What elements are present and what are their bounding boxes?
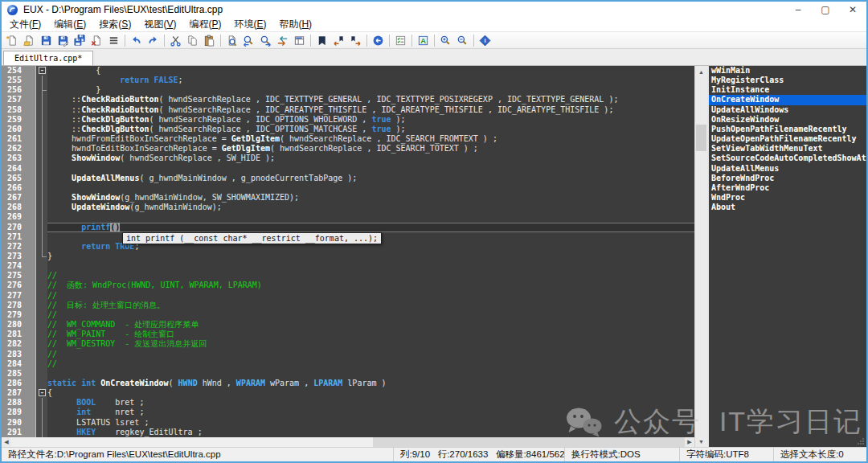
find-in-files-icon[interactable] xyxy=(291,33,308,48)
menu-search[interactable]: 搜索(S) xyxy=(92,18,137,31)
copy-icon[interactable] xyxy=(184,33,201,48)
syntax-color-icon[interactable]: A xyxy=(415,33,432,48)
vertical-scrollbar[interactable]: ▲ ▼ xyxy=(694,66,707,447)
function-list-item[interactable]: About xyxy=(709,203,866,212)
function-list-item[interactable]: OnCreateWindow xyxy=(709,95,866,104)
file-list-icon[interactable] xyxy=(105,33,122,48)
code-line[interactable]: 269 xyxy=(2,212,694,222)
resize-grip[interactable] xyxy=(858,438,864,445)
find-next-icon[interactable] xyxy=(257,33,274,48)
code-line[interactable]: 277// xyxy=(2,291,694,301)
function-list-item[interactable]: wWinMain xyxy=(709,66,866,76)
fold-marker[interactable]: - xyxy=(35,388,47,398)
code-line[interactable]: 264 xyxy=(2,164,694,174)
zoom-in-icon[interactable] xyxy=(437,33,454,48)
scroll-right-button[interactable]: ▶ xyxy=(685,437,694,447)
code-line[interactable]: 290 LSTATUS lsret ; xyxy=(2,418,694,428)
code-line[interactable]: 261 hwndFromEditBoxInSearchReplace = Get… xyxy=(2,134,694,144)
function-list-item[interactable]: InitInstance xyxy=(709,85,866,95)
function-list-item[interactable]: UpdateAllWindows xyxy=(709,105,866,115)
todo-list-icon[interactable] xyxy=(392,33,409,48)
function-list-item[interactable]: SetViewTabWidthMenuText xyxy=(709,144,866,154)
code-line[interactable]: 288 BOOL bret ; xyxy=(2,398,694,408)
function-list-item[interactable]: MyRegisterClass xyxy=(709,76,866,85)
code-line[interactable]: 289 int nret ; xyxy=(2,408,694,417)
menu-view[interactable]: 视图(V) xyxy=(137,18,182,31)
undo-icon[interactable] xyxy=(128,33,145,48)
code-line[interactable]: 265 UpdateAllMenus( g_hwndMainWindow , g… xyxy=(2,174,694,183)
code-line[interactable]: 267 ShowWindow(g_hwndMainWindow, SW_SHOW… xyxy=(2,193,694,203)
code-line[interactable]: 284// xyxy=(2,359,694,369)
code-line[interactable]: 266 xyxy=(2,183,694,193)
find-icon[interactable] xyxy=(223,33,240,48)
code-line[interactable]: 285 xyxy=(2,369,694,379)
menu-program[interactable]: 编程(P) xyxy=(182,18,227,31)
h-scroll-thumb[interactable] xyxy=(11,437,373,447)
code-line[interactable]: 257 ::CheckRadioButton( hwndSearchReplac… xyxy=(2,95,694,104)
function-list-item[interactable]: AfterWndProc xyxy=(709,183,866,193)
replace-icon[interactable] xyxy=(274,33,291,48)
code-line[interactable]: 280// WM_COMMAND - 处理应用程序菜单 xyxy=(2,320,694,330)
code-line[interactable]: 282// WM_DESTROY - 发送退出消息并返回 xyxy=(2,339,694,349)
menu-help[interactable]: 帮助(H) xyxy=(272,18,318,31)
next-bookmark-icon[interactable] xyxy=(347,33,364,48)
function-list-item[interactable]: OnResizeWindow xyxy=(709,115,866,125)
scroll-down-button[interactable]: ▼ xyxy=(695,436,707,447)
code-line[interactable]: 263 ShowWindow( hwndSearchReplace , SW_H… xyxy=(2,154,694,163)
function-list-item[interactable]: UpdateOpenPathFilenameRecently xyxy=(709,134,866,144)
redo-icon[interactable] xyxy=(145,33,162,48)
code-line[interactable]: 256 } xyxy=(2,85,694,95)
fold-marker[interactable]: - xyxy=(35,66,47,76)
v-scroll-thumb[interactable] xyxy=(696,125,706,151)
code-line[interactable]: 287-{ xyxy=(2,388,694,398)
function-list-item[interactable]: WndProc xyxy=(709,193,866,203)
menu-environment[interactable]: 环境(E) xyxy=(227,18,272,31)
code-line[interactable]: 274 xyxy=(2,261,694,271)
function-list-item[interactable]: SetSourceCodeAutoCompletedShowAt xyxy=(709,154,866,163)
function-list-item[interactable]: PushOpenPathFilenameRecently xyxy=(709,125,866,134)
code-line[interactable]: 286static int OnCreateWindow( HWND hWnd … xyxy=(2,379,694,388)
menu-edit[interactable]: 编辑(E) xyxy=(47,18,92,31)
code-line[interactable]: 275// xyxy=(2,271,694,281)
zoom-out-icon[interactable] xyxy=(454,33,471,48)
save-icon[interactable] xyxy=(38,33,55,48)
scroll-up-button[interactable]: ▲ xyxy=(695,66,707,77)
prev-bookmark-icon[interactable] xyxy=(330,33,347,48)
menu-file[interactable]: 文件(F) xyxy=(3,18,47,31)
code-line[interactable]: 255 return FALSE; xyxy=(2,76,694,85)
save-all-icon[interactable] xyxy=(72,33,88,48)
close-button[interactable]: ✕ xyxy=(839,2,866,18)
about-icon[interactable]: i xyxy=(477,33,493,48)
horizontal-scrollbar[interactable]: ◀ ▶ xyxy=(2,437,694,447)
code-line[interactable]: 279// xyxy=(2,310,694,320)
code-line[interactable]: 281// WM_PAINT - 绘制主窗口 xyxy=(2,330,694,339)
code-line[interactable]: 260 ::CheckDlgButton( hwndSearchReplace … xyxy=(2,125,694,134)
bookmark-icon[interactable] xyxy=(313,33,330,48)
paste-icon[interactable] xyxy=(201,33,218,48)
code-line[interactable]: 283// xyxy=(2,350,694,359)
scroll-left-button[interactable]: ◀ xyxy=(2,437,11,447)
code-line[interactable]: 291 HKEY regkey_EditUltra ; xyxy=(2,428,694,437)
code-line[interactable]: 278// 目标: 处理主窗口的消息。 xyxy=(2,301,694,310)
code-line[interactable]: 273} xyxy=(2,252,694,261)
code-line[interactable]: 270 printf() xyxy=(2,223,694,232)
function-list-item[interactable]: BeforeWndProc xyxy=(709,174,866,183)
open-file-icon[interactable] xyxy=(21,33,38,48)
code-line[interactable]: 254- { xyxy=(2,66,694,76)
tab-editultra-cpp[interactable]: EditUltra.cpp* xyxy=(3,51,93,65)
code-line[interactable]: 262 hwndToEditBoxInSearchReplace = GetDl… xyxy=(2,144,694,154)
new-file-icon[interactable]: * xyxy=(4,33,21,48)
code-line[interactable]: 259 ::CheckDlgButton( hwndSearchReplace … xyxy=(2,115,694,125)
close-file-icon[interactable] xyxy=(88,33,105,48)
cut-icon[interactable] xyxy=(167,33,184,48)
save-as-icon[interactable] xyxy=(55,33,72,48)
function-list-item[interactable]: UpdateAllMenus xyxy=(709,164,866,174)
maximize-button[interactable]: ▢ xyxy=(812,2,839,18)
code-line[interactable]: 268 UpdateWindow(g_hwndMainWindow); xyxy=(2,203,694,212)
code-line[interactable]: 276// 函数: WndProc(HWND, UINT, WPARAM, LP… xyxy=(2,281,694,290)
go-back-icon[interactable] xyxy=(370,33,387,48)
minimize-button[interactable]: – xyxy=(784,2,812,18)
code-line[interactable]: 258 ::CheckRadioButton( hwndSearchReplac… xyxy=(2,105,694,115)
h-scroll-track[interactable] xyxy=(11,437,685,447)
find-prev-icon[interactable] xyxy=(240,33,257,48)
